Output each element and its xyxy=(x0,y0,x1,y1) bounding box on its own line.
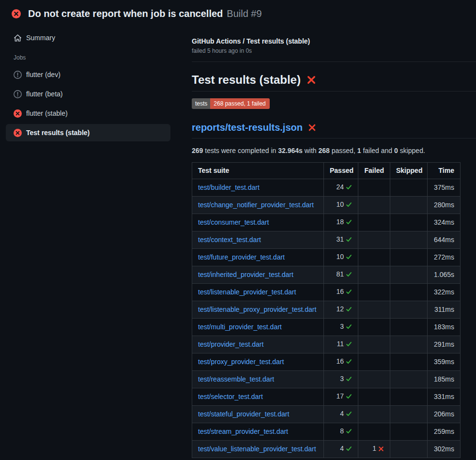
sidebar-job-item[interactable]: flutter (stable) xyxy=(6,105,170,122)
test-suite-link[interactable]: test/proxy_provider_test.dart xyxy=(198,358,284,366)
skipped-count xyxy=(390,423,428,441)
skipped-count xyxy=(390,249,428,266)
skipped-count xyxy=(390,441,428,458)
passed-count: 24 xyxy=(336,183,344,191)
report-file-link[interactable]: reports/test-results.json xyxy=(192,122,303,133)
time-value: 280ms xyxy=(428,197,461,214)
skipped-count xyxy=(390,319,428,336)
table-row: test/multi_provider_test.dart 3 183ms xyxy=(192,319,461,336)
table-row: test/change_notifier_provider_test.dart … xyxy=(192,197,461,214)
cross-icon xyxy=(378,445,384,454)
time-value: 311ms xyxy=(428,301,461,319)
table-row: test/stream_provider_test.dart 8 259ms xyxy=(192,423,461,441)
failed-cross-icon xyxy=(307,75,316,85)
main-content: GitHub Actions / Test results (stable) f… xyxy=(180,19,476,458)
divider xyxy=(192,61,476,62)
skipped-count xyxy=(390,388,428,406)
skipped-count xyxy=(390,231,428,249)
test-suite-link[interactable]: test/stream_provider_test.dart xyxy=(198,428,288,435)
job-label: flutter (beta) xyxy=(26,90,62,98)
passed-count: 11 xyxy=(337,340,344,348)
test-suite-link[interactable]: test/consumer_test.dart xyxy=(198,218,269,226)
table-row: test/selector_test.dart 17 331ms xyxy=(192,388,461,406)
section-heading: Test results (stable) xyxy=(192,73,476,92)
check-icon xyxy=(346,219,352,227)
check-icon xyxy=(346,445,352,454)
skipped-count xyxy=(390,179,428,197)
time-value: 206ms xyxy=(428,406,461,423)
summary-segment: 32.964s xyxy=(278,147,303,154)
test-suite-link[interactable]: test/reassemble_test.dart xyxy=(198,375,274,383)
passed-count: 8 xyxy=(340,427,344,435)
job-label: Test results (stable) xyxy=(26,129,90,137)
check-icon xyxy=(346,358,352,367)
test-suite-link[interactable]: test/context_test.dart xyxy=(198,236,261,244)
test-suite-link[interactable]: test/value_listenable_provider_test.dart xyxy=(198,445,316,453)
summary-segment: tests were completed in xyxy=(203,147,278,154)
failed-count: 1 xyxy=(372,445,376,452)
status-line: failed 5 hours ago in 0s xyxy=(192,47,476,54)
summary-segment: skipped. xyxy=(398,147,425,154)
check-icon xyxy=(346,201,352,210)
summary-segment: 0 xyxy=(394,147,398,154)
sidebar-job-item[interactable]: Test results (stable) xyxy=(6,124,170,141)
test-suite-link[interactable]: test/listenable_proxy_provider_test.dart xyxy=(198,306,316,313)
test-suite-link[interactable]: test/selector_test.dart xyxy=(198,393,263,400)
passed-count: 4 xyxy=(340,445,344,452)
test-suite-link[interactable]: test/future_provider_test.dart xyxy=(198,253,285,261)
time-value: 183ms xyxy=(428,319,461,336)
test-results-table: Test suite Passed Failed Skipped Time te… xyxy=(192,162,461,458)
sidebar-item-label: Summary xyxy=(26,34,55,42)
table-row: test/reassemble_test.dart 3 185ms xyxy=(192,371,461,388)
table-row: test/listenable_provider_test.dart 16 32… xyxy=(192,284,461,301)
cancelled-status-icon xyxy=(14,90,22,98)
time-value: 331ms xyxy=(428,388,461,406)
table-header-row: Test suite Passed Failed Skipped Time xyxy=(192,163,461,179)
test-suite-link[interactable]: test/listenable_provider_test.dart xyxy=(198,288,296,296)
passed-count: 10 xyxy=(336,253,344,261)
check-icon xyxy=(346,254,352,262)
skipped-count xyxy=(390,406,428,423)
badge-label: tests xyxy=(192,98,210,109)
time-value: 375ms xyxy=(428,179,461,197)
check-breadcrumb: GitHub Actions / Test results (stable) xyxy=(192,37,476,45)
job-label: flutter (stable) xyxy=(26,109,68,117)
summary-segment: failed and xyxy=(361,147,395,154)
skipped-count xyxy=(390,284,428,301)
column-header-test-suite: Test suite xyxy=(192,163,324,179)
table-row: test/builder_test.dart 24 375ms xyxy=(192,179,461,197)
test-suite-link[interactable]: test/change_notifier_provider_test.dart xyxy=(198,201,314,209)
time-value: 324ms xyxy=(428,214,461,231)
time-value: 291ms xyxy=(428,336,461,353)
time-value: 359ms xyxy=(428,353,461,371)
passed-count: 12 xyxy=(336,305,344,313)
check-icon xyxy=(346,411,352,419)
check-icon xyxy=(346,289,352,297)
summary-line: 269 tests were completed in 32.964s with… xyxy=(192,147,476,154)
table-row: test/context_test.dart 31 644ms xyxy=(192,231,461,249)
passed-count: 16 xyxy=(336,288,344,295)
summary-segment: passed, xyxy=(330,147,357,154)
column-header-failed: Failed xyxy=(358,163,390,179)
failed-cross-icon xyxy=(308,123,316,132)
passed-count: 4 xyxy=(340,410,344,417)
report-file-heading: reports/test-results.json xyxy=(192,122,476,138)
passed-count: 81 xyxy=(336,270,344,278)
job-label: flutter (dev) xyxy=(26,71,61,78)
cancelled-status-icon xyxy=(14,71,22,79)
test-suite-link[interactable]: test/provider_test.dart xyxy=(198,340,263,348)
time-value: 644ms xyxy=(428,231,461,249)
sidebar-item-summary[interactable]: Summary xyxy=(6,29,170,46)
sidebar-job-item[interactable]: flutter (dev) xyxy=(6,66,170,83)
summary-segment: 268 xyxy=(319,147,330,154)
test-suite-link[interactable]: test/stateful_provider_test.dart xyxy=(198,410,289,418)
test-suite-link[interactable]: test/inherited_provider_test.dart xyxy=(198,271,293,278)
skipped-count xyxy=(390,353,428,371)
table-row: test/proxy_provider_test.dart 16 359ms xyxy=(192,353,461,371)
table-row: test/inherited_provider_test.dart 81 1.0… xyxy=(192,266,461,284)
sidebar-job-item[interactable]: flutter (beta) xyxy=(6,85,170,103)
skipped-count xyxy=(390,266,428,284)
test-suite-link[interactable]: test/multi_provider_test.dart xyxy=(198,323,282,331)
failed-status-icon xyxy=(14,109,22,118)
test-suite-link[interactable]: test/builder_test.dart xyxy=(198,184,260,191)
